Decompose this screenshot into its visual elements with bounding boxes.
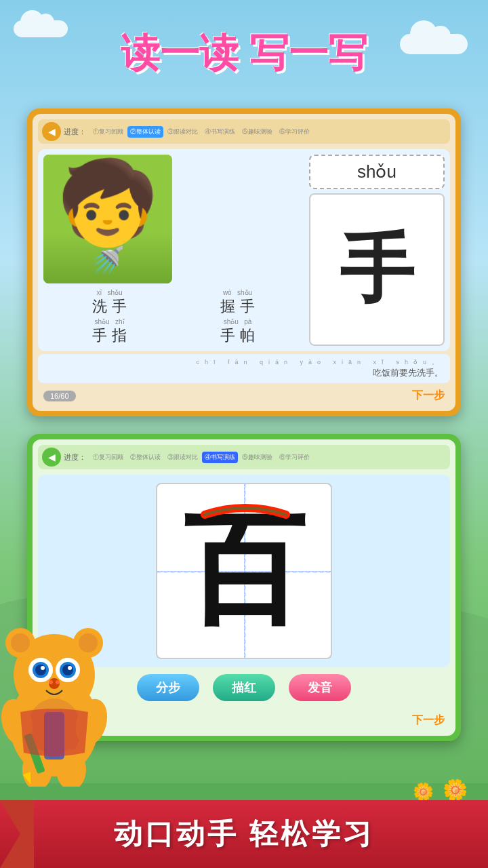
word-grid: xī shǒu 洗 手 wò shǒu 握 手 shǒu zhǐ 手 指 shǒ… [43,289,304,346]
progress-bar-bottom: ◀ 进度： ①复习回顾 ②整体认读 ③跟读对比 ④书写演练 ⑤趣味测验 ⑥学习评… [38,445,450,469]
word-pinyin-1: xī shǒu [46,289,173,296]
red-stroke-overlay [184,494,306,549]
step2-2[interactable]: ②整体认读 [127,452,163,463]
step2-4[interactable]: ④书写演练 [202,452,238,463]
step2-5[interactable]: ⑤趣味测验 [239,452,275,463]
word-item-4: shǒu pà 手 帕 [174,318,301,346]
miaohong-button[interactable]: 描红 [213,674,275,701]
left-panel: 🧒 🚿 xī shǒu 洗 手 wò shǒu 握 手 [43,155,304,346]
word-chinese-1: 洗 手 [92,298,126,315]
svg-point-14 [35,665,46,675]
page-count-top: 16/60 [43,391,76,401]
back-button-bottom[interactable]: ◀ [42,448,61,467]
next-button-bottom[interactable]: 下一步 [412,713,445,728]
sentence-pinyin: chī fàn qián yào xiān xǐ shǒu。 [45,358,443,367]
step-5[interactable]: ⑤趣味测验 [239,126,275,138]
banner-text: 动口动手 轻松学习 [114,815,374,853]
word-item-3: shǒu zhǐ 手 指 [46,318,173,346]
flower-2: 🌼 [413,782,434,802]
word-chinese-3: 手 指 [92,327,126,344]
svg-point-8 [11,633,30,652]
svg-point-20 [56,680,60,684]
bear-svg [0,617,122,787]
word-item-2: wò shǒu 握 手 [174,289,301,317]
bottom-banner: 动口动手 轻松学习 [0,800,488,868]
pinyin-display: shǒu [309,155,445,189]
svg-point-9 [79,633,98,652]
svg-point-17 [68,666,72,670]
step2-6[interactable]: ⑥学习评价 [277,452,312,463]
step2-3[interactable]: ③跟读对比 [165,452,201,463]
word-pinyin-2: wò shǒu [174,289,301,296]
svg-point-16 [41,666,45,670]
word-chinese-2: 握 手 [220,298,254,315]
banner-arrow [0,800,34,868]
character-display: 手 [309,193,445,346]
card-footer-top: 16/60 下一步 [38,386,450,406]
main-character: 手 [340,219,414,320]
step-6[interactable]: ⑥学习评价 [277,126,312,138]
word-chinese-4: 手 帕 [220,327,254,344]
card-top-content: 🧒 🚿 xī shǒu 洗 手 wò shǒu 握 手 [38,149,450,351]
word-pinyin-4: shǒu pà [174,318,301,326]
progress-label-bottom: 进度： [64,452,86,462]
svg-point-15 [62,665,73,675]
fenbu-button[interactable]: 分步 [137,674,199,701]
progress-steps-bottom: ①复习回顾 ②整体认读 ③跟读对比 ④书写演练 ⑤趣味测验 ⑥学习评价 [90,452,446,463]
svg-point-19 [49,680,53,684]
progress-label-top: 进度： [64,127,86,137]
fayin-button[interactable]: 发音 [289,674,351,701]
page-title: 读一读 写一写 [0,27,488,80]
progress-steps-top: ①复习回顾 ②整体认读 ③跟读对比 ④书写演练 ⑤趣味测验 ⑥学习评价 [90,126,446,138]
step-1[interactable]: ①复习回顾 [90,126,126,138]
flower-decoration: 🌼 [443,778,468,802]
word-item-1: xī shǒu 洗 手 [46,289,173,317]
sentence-area: chī fàn qián yào xiān xǐ shǒu。 吃饭前要先洗手。 [38,354,450,383]
step-3[interactable]: ③跟读对比 [165,126,201,138]
word-pinyin-3: shǒu zhǐ [46,318,173,326]
progress-bar-top: ◀ 进度： ①复习回顾 ②整体认读 ③跟读对比 ④书写演练 ⑤趣味测验 ⑥学习评… [38,119,450,144]
step2-1[interactable]: ①复习回顾 [90,452,126,463]
char-write-box[interactable]: 百 [156,483,332,659]
back-button-top[interactable]: ◀ [42,122,61,141]
sentence-text: 吃饭前要先洗手。 [373,368,443,378]
card-top-inner: ◀ 进度： ①复习回顾 ②整体认读 ③跟读对比 ④书写演练 ⑤趣味测验 ⑥学习评… [33,114,455,411]
right-panel: shǒu 手 [309,155,445,346]
card-top: ◀ 进度： ①复习回顾 ②整体认读 ③跟读对比 ④书写演练 ⑤趣味测验 ⑥学习评… [27,108,461,416]
character-image: 🧒 🚿 [43,155,172,283]
next-button-top[interactable]: 下一步 [412,389,445,403]
step-2[interactable]: ②整体认读 [127,126,163,138]
bear-character [0,617,122,787]
step-4[interactable]: ④书写演练 [202,126,238,138]
